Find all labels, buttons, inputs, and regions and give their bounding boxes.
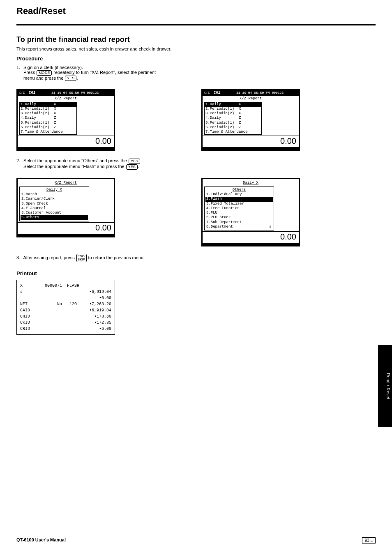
list-item: 4.Free Function [205,206,273,211]
list-item: 6.Periodic(2) Z [205,125,261,130]
lcd-main-left: X/Z C01 31-10-04 05:50 PM 000123 X/Z Rep… [16,89,115,151]
scroll-down-icon: ▯ [269,225,271,229]
menu-title-left: X/Z Report [19,97,112,101]
lcd-total: 0.00 [203,231,299,243]
step3-text: After issuing report, press [23,255,74,260]
list-item: 2.Periodic(1) X [20,107,76,111]
lcd-blackbar [203,243,299,245]
step-1: 1. Sign on a clerk (if necessary). Press… [16,65,376,81]
lcd-daily-right: Daily X Others 1.Individual Key 2.Flash … [201,178,300,247]
step2-text-b: Select the appropriate menu "Flash" and … [23,164,125,169]
list-item: 3.Fixed Totalizer [205,202,273,206]
yes-key-1: YES [65,76,76,81]
section-title: To print the financial read report [16,35,376,44]
lcd-clerk: C01 [29,91,35,95]
list-item: 7.Time & Attendance [20,130,76,134]
lcd-total: 0.00 [18,222,114,234]
yes-key-2b: YES [126,164,138,170]
yes-key-2a: YES [129,159,140,164]
step1-text-c: repeatedly to turn "X/Z Report", select … [53,70,156,75]
list-item: 2.Flash [205,197,273,201]
lcd-blackbar [203,147,299,150]
receipt-line: CKID [20,320,30,326]
list-item: 1.Batch [21,192,88,197]
lcd-datetime: 31-10-04 05:50 PM 000123 [236,91,284,94]
side-tab: Read / Reset [378,345,392,427]
list-item: 6.Others [21,215,88,220]
receipt: X 0000071 FLASH #•6,919.04 •0.00 NET No … [16,280,115,335]
list-item: 4.E-Journal [21,206,88,211]
step1-text-b: Press [23,70,35,75]
list-item: 5.Periodic(1) Z [205,121,261,125]
footer-page-number: 93 E [362,537,376,543]
list-item: 1.Individual Key [205,192,273,197]
printout-heading: Printout [16,270,376,276]
xz-title: X/Z Report [19,181,112,185]
list-item: 2.Periodic(1) X [205,107,261,111]
list-item: 5.PLU [205,211,273,215]
others-title: Others [205,188,273,192]
procedure-heading: Procedure [16,55,376,62]
step3-text-b: to return the previous menu. [88,255,145,260]
list-item: 2.Cashier/Clerk [21,197,88,201]
lcd-total-right: 0.00 [203,136,299,147]
list-item: 3.Open Check [21,202,88,206]
lcd-total-left: 0.00 [18,136,114,147]
lcd-daily-left: X/Z Report Daily X 1.Batch 2.Cashier/Cle… [16,178,115,237]
dailyx-title-l: Daily X [21,188,88,192]
list-item: 7.Time & Attendance [205,130,261,134]
step-3: 3. After issuing report, press ESC/ SKIP… [16,254,376,262]
lcd-clerk: C01 [214,91,220,95]
lcd-mode: X/Z [19,91,25,94]
receipt-line: # [20,289,23,295]
step1-text-d: menu and press the [23,76,63,81]
lcd-main-right: X/Z C01 31-10-04 05:50 PM 000123 X/Z Rep… [201,89,300,151]
esc-skip-key: ESC/ SKIP [76,254,87,262]
list-item: 7.Sub Department [205,220,273,225]
section-desc: This report shows gross sales, net sales… [16,46,376,51]
list-item: 1.Daily X [20,102,76,107]
receipt-line: NET No 120 [20,301,77,307]
list-item: 5.Periodic(1) Z [20,121,76,125]
step-2: 2. Select the appropriate menu "Others" … [16,158,376,169]
list-item: 3.Periodic(2) X [20,111,76,116]
lcd-mode: X/Z [204,91,210,94]
step1-text-a: Sign on a clerk (if necessary). [23,65,83,70]
list-item: 6.PLU Stock [205,215,273,220]
divider-thick [16,24,376,25]
lcd-datetime: 31-10-04 05:50 PM 000123 [51,91,99,94]
lcd-blackbar [18,234,114,236]
receipt-line: X 0000071 FLASH [20,283,79,289]
list-item: 5.Customer Account [21,211,88,215]
receipt-line: CRID [20,326,30,332]
page-title: Read/Reset [16,6,376,16]
step2-text-a: Select the appropriate menu "Others" and… [23,158,127,163]
receipt-line: CAID [20,307,30,313]
receipt-line: CHID [20,313,30,320]
list-item: 4.Daily Z [20,116,76,120]
dailyx-title-r: Daily X [204,181,297,185]
list-item: 8.Department▯ [205,225,273,229]
footer-model: QT-6100 User's Manual [16,537,66,543]
menu-title-right: X/Z Report [204,97,297,101]
list-item: 3.Periodic(2) X [205,111,261,116]
list-item: 6.Periodic(2) Z [20,125,76,130]
mode-key: MODE [37,70,52,76]
lcd-blackbar [18,147,114,150]
list-item: 4.Daily Z [205,116,261,120]
list-item: 1.Daily X [205,102,261,107]
